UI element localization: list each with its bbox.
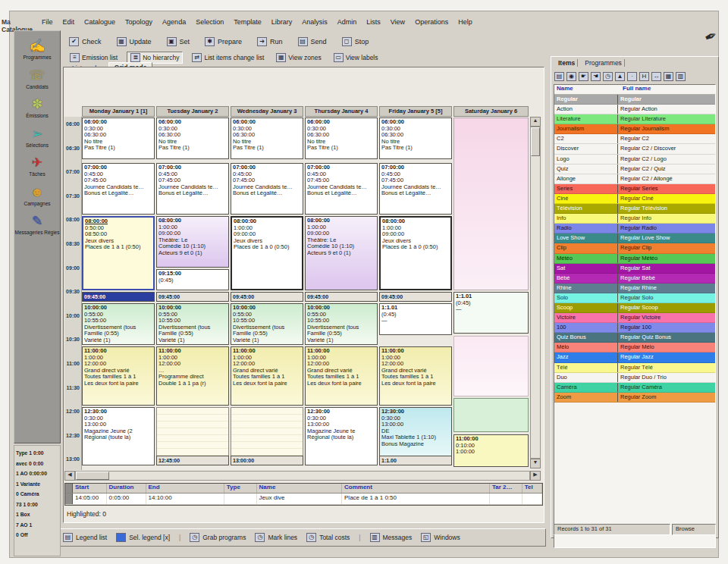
grid-vscroll-track[interactable] (530, 127, 541, 459)
footer-button-4[interactable]: ◷Total costs (306, 533, 350, 542)
category-row[interactable]: Love ShowRegular Love Show (554, 233, 715, 243)
menu-item-catalogue[interactable]: Catalogue (84, 18, 115, 26)
schedule-cell[interactable]: 10:00:000:55:0010:55:00Divertissement (t… (231, 303, 303, 345)
schedule-cell[interactable]: 12:30:000:30:0013:00:00Magazine Jeune (2… (82, 407, 155, 465)
day-header-5[interactable]: Saturday January 6 (453, 106, 529, 117)
schedule-cell[interactable]: 08:00:001:00:0009:00:00Jeux diversPlaces… (231, 216, 303, 290)
menu-item-selection[interactable]: Selection (196, 18, 224, 26)
page-icon[interactable]: ▤ (554, 72, 564, 81)
category-row[interactable]: RegularRegular (554, 95, 715, 105)
footer-button-2[interactable]: ◷Grab programs (190, 533, 246, 542)
schedule-cell[interactable] (453, 118, 529, 290)
footer-button-3[interactable]: ◷Mark lines (255, 533, 297, 542)
category-row[interactable]: RadioRegular Radio (554, 224, 715, 233)
schedule-cell[interactable]: 11:00:001:00:0012:00:00Grand direct vari… (379, 346, 452, 406)
footer-button-6[interactable]: ◱Windows (421, 533, 460, 542)
schedule-cell[interactable]: 11:00:000:10:001:00:00 (453, 434, 529, 467)
toolbar-button-update[interactable]: ▦Update (115, 36, 154, 47)
category-row[interactable]: TélévisionRegular Télévision (554, 204, 715, 214)
toolbar-button-run[interactable]: ➔Run (255, 36, 285, 47)
schedule-cell[interactable]: 08:00:001:00:0009:00:00Théâtre: LeComédi… (156, 216, 229, 268)
time-strip[interactable]: 13:00:00 (231, 456, 303, 465)
day-header-4[interactable]: Friday January 5 [5] (379, 106, 452, 117)
sidebar-item-1[interactable]: ☏Candidats (14, 67, 60, 90)
h-icon[interactable]: H (639, 72, 649, 81)
schedule-cell[interactable]: 10:00:000:55:0010:55:00Divertissement (t… (156, 303, 229, 345)
category-row[interactable]: ClipRegular Clip (554, 243, 715, 253)
mode-button-2[interactable]: ⇄List items change list (189, 52, 267, 63)
grid-hscroll-track[interactable] (75, 471, 530, 481)
category-row[interactable]: ScoopRegular Scoop (554, 303, 715, 313)
schedule-cell[interactable]: 11:00:001:00:0012:00:00Grand direct vari… (305, 346, 378, 406)
toolbar-button-send[interactable]: ▤Send (296, 36, 329, 47)
menu-item-view[interactable]: View (391, 18, 405, 26)
menu-item-lists[interactable]: Lists (366, 18, 381, 26)
sidebar-item-6[interactable]: ✎Messageries Régies (14, 213, 60, 236)
menu-item-admin[interactable]: Admin (337, 18, 357, 26)
sidebar-item-0[interactable]: ✍Programmes (14, 38, 60, 61)
grid-vscroll-thumb[interactable] (531, 127, 540, 156)
time-strip[interactable]: 1:1.00 (379, 456, 452, 465)
menu-item-help[interactable]: Help (458, 18, 472, 26)
day-header-0[interactable]: Monday January 1 [1] (82, 106, 155, 117)
schedule-cell[interactable]: 1:1.01(0:45)— (379, 303, 452, 335)
dot-icon[interactable]: · (627, 72, 637, 81)
category-column-header[interactable]: Full name (620, 85, 714, 94)
category-row[interactable]: BébéRegular Bébé (554, 274, 715, 284)
day-header-2[interactable]: Wednesday January 3 (231, 106, 303, 117)
time-strip[interactable]: 09:45:00 (231, 292, 303, 302)
menu-item-topology[interactable]: Topology (125, 18, 152, 26)
triangle-icon[interactable]: ▲ (615, 72, 625, 81)
schedule-cell[interactable]: 12:30:000:30:0013:00:00Magazine Jeune te… (305, 407, 378, 465)
menu-item-edit[interactable]: Edit (63, 18, 75, 26)
menu-item-file[interactable]: File (42, 18, 53, 26)
schedule-cell[interactable]: 06:00:000:30:0006:30:00No titrePas Titre… (305, 118, 378, 159)
category-row[interactable]: CaméraRegular Caméra (554, 383, 715, 393)
schedule-cell[interactable] (453, 398, 529, 432)
category-row[interactable]: LogoRegular C2 / Logo (554, 155, 715, 164)
category-row[interactable]: DiscoverRegular C2 / Discover (554, 144, 715, 154)
schedule-cell[interactable]: 1:1.01(0:45)— (453, 292, 529, 334)
time-strip[interactable]: 12:45:00 (156, 456, 229, 465)
category-row[interactable]: Quiz BonusRegular Quiz Bonus (554, 333, 715, 343)
menu-item-template[interactable]: Template (234, 18, 262, 26)
grid-icon[interactable]: ▦ (664, 72, 673, 81)
category-row[interactable]: AllongeRegular C2 / Allongé (554, 174, 715, 184)
category-column-header[interactable]: Name (554, 85, 620, 94)
binoculars-icon[interactable]: ◉ (566, 72, 576, 81)
time-strip[interactable]: 09:45:00 (82, 292, 155, 302)
toolbar-button-check[interactable]: ✔Check (67, 36, 104, 47)
grid2-icon[interactable]: ▥ (676, 72, 686, 81)
right-tab-programmes[interactable]: Programmes (582, 59, 625, 67)
category-row[interactable]: VictoireRegular Victoire (554, 313, 715, 323)
grid-hscroll-right-icon[interactable]: ▶ (530, 471, 541, 481)
menu-item-agenda[interactable]: Agenda (162, 18, 186, 26)
category-row[interactable]: MéloRegular Mélo (554, 343, 715, 352)
category-row[interactable]: SoloRegular Solo (554, 293, 715, 303)
schedule-cell[interactable] (453, 336, 529, 396)
grid-vscroll-up-icon[interactable]: ▲ (530, 117, 541, 127)
category-row[interactable]: SatRegular Sat (554, 264, 715, 274)
category-row[interactable]: 100Regular 100 (554, 323, 715, 333)
grab-icon[interactable]: ☚ (591, 72, 601, 81)
toolbar-button-set[interactable]: ▣Set (165, 36, 193, 47)
day-header-3[interactable]: Thursday January 4 (305, 106, 378, 117)
schedule-cell[interactable]: 08:00:001:00:0009:00:00Théâtre: LeComédi… (305, 216, 378, 290)
sidebar-item-2[interactable]: ✽Émissions (14, 96, 60, 119)
schedule-cell[interactable]: 07:00:000:45:0007:45:00Journée Candidats… (305, 163, 378, 215)
footer-button-1[interactable]: Sel. legend [x] (116, 533, 170, 542)
category-row[interactable]: TéléRegular Télé (554, 363, 715, 373)
grid-hscroll-thumb[interactable] (76, 472, 109, 480)
hand-icon[interactable]: ☛ (579, 72, 588, 81)
schedule-cell[interactable]: 06:00:000:30:0006:30:00No titrePas Titre… (82, 118, 155, 159)
category-row[interactable]: LiteratureRegular Literature (554, 114, 715, 124)
category-row[interactable]: JazzRegular Jazz (554, 352, 715, 362)
category-row[interactable]: DuoRegular Duo / Trio (554, 373, 715, 383)
sidebar-item-5[interactable]: ☻Campagnes (14, 184, 60, 207)
schedule-cell[interactable]: 10:00:000:55:0010:55:00Divertissement (t… (305, 303, 378, 345)
schedule-cell[interactable]: 11:00:001:00:0012:00:00Grand direct vari… (82, 346, 155, 406)
schedule-cell[interactable]: 11:00:001:00:0012:00:00…Programme direct… (156, 346, 229, 406)
category-row[interactable]: RhineRegular Rhine (554, 284, 715, 293)
menu-item-operations[interactable]: Operations (415, 18, 448, 26)
schedule-cell[interactable]: 11:00:001:00:0012:00:00Grand direct vari… (231, 346, 303, 406)
